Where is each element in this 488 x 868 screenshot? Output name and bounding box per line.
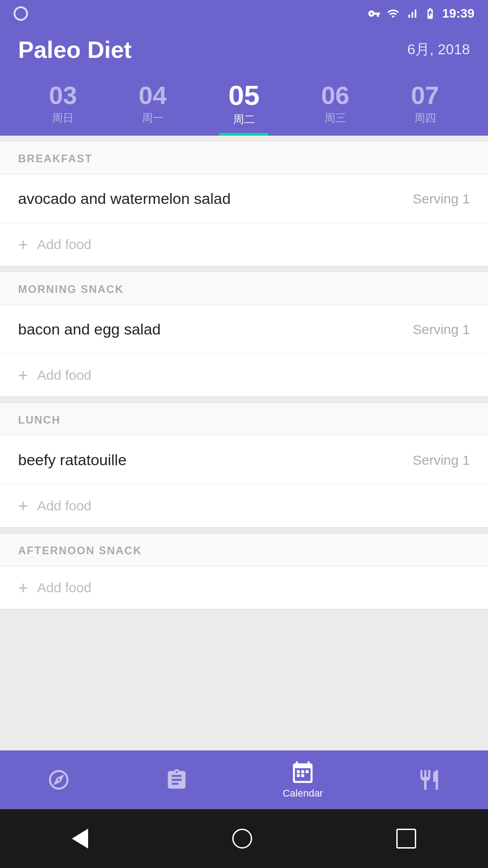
svg-rect-0	[297, 770, 300, 774]
nav-food[interactable]	[404, 764, 455, 796]
status-bar: 19:39	[0, 0, 488, 27]
morning-snack-food-name: bacon and egg salad	[18, 321, 161, 338]
home-button[interactable]	[232, 829, 252, 849]
recents-button[interactable]	[396, 829, 416, 849]
nav-calendar[interactable]: Calendar	[269, 756, 337, 804]
lunch-food-name: beefy ratatouille	[18, 451, 127, 469]
day-selector: 03 周日 04 周一 05 周二 06 周三 07 周四	[18, 77, 470, 136]
add-food-icon-lunch: +	[18, 497, 28, 514]
app-title: Paleo Diet	[18, 36, 131, 63]
lunch-title: LUNCH	[18, 414, 61, 426]
add-food-icon-morning-snack: +	[18, 367, 28, 384]
afternoon-snack-add-label: Add food	[37, 580, 91, 595]
breakfast-add-food[interactable]: + Add food	[0, 223, 488, 266]
compass-icon	[47, 768, 70, 792]
bottom-nav: Calendar	[0, 750, 488, 809]
breakfast-header: BREAKFAST	[0, 142, 488, 175]
calendar-icon	[291, 760, 314, 784]
morning-snack-add-food[interactable]: + Add food	[0, 354, 488, 396]
clipboard-icon	[165, 768, 188, 792]
wifi-icon	[386, 7, 400, 20]
day-07[interactable]: 07 周四	[402, 78, 448, 134]
android-nav-bar	[0, 809, 488, 868]
day-03[interactable]: 03 周日	[40, 78, 86, 134]
lunch-serving: Serving 1	[413, 453, 470, 468]
key-icon	[368, 7, 380, 20]
afternoon-snack-add-food[interactable]: + Add food	[0, 566, 488, 609]
morning-snack-title: MORNING SNACK	[18, 283, 124, 295]
breakfast-title: BREAKFAST	[18, 152, 93, 165]
calendar-nav-label: Calendar	[283, 788, 323, 799]
lunch-header: LUNCH	[0, 403, 488, 436]
morning-snack-serving: Serving 1	[413, 322, 470, 337]
svg-rect-1	[301, 770, 305, 774]
header-date: 6月, 2018	[407, 40, 470, 60]
svg-rect-2	[306, 770, 309, 774]
day-04[interactable]: 04 周一	[130, 78, 176, 134]
breakfast-section: BREAKFAST avocado and watermelon salad S…	[0, 141, 488, 266]
breakfast-serving: Serving 1	[413, 191, 470, 207]
status-bar-right: 19:39	[368, 6, 474, 21]
add-food-icon-breakfast: +	[18, 236, 28, 253]
lunch-item-0[interactable]: beefy ratatouille Serving 1	[0, 436, 488, 485]
day-05[interactable]: 05 周二	[219, 77, 268, 136]
nav-explore[interactable]	[33, 764, 84, 796]
day-06[interactable]: 06 周三	[312, 78, 358, 134]
morning-snack-add-label: Add food	[37, 368, 91, 383]
status-icon	[14, 6, 28, 21]
breakfast-add-label: Add food	[37, 237, 91, 252]
status-bar-left	[14, 6, 28, 21]
signal-icon	[406, 7, 418, 20]
nav-list[interactable]	[151, 764, 202, 796]
status-time: 19:39	[442, 6, 474, 21]
afternoon-snack-title: AFTERNOON SNACK	[18, 544, 142, 557]
lunch-add-food[interactable]: + Add food	[0, 485, 488, 527]
lunch-add-label: Add food	[37, 498, 91, 514]
svg-rect-3	[297, 774, 300, 777]
fork-knife-icon	[418, 768, 441, 792]
battery-icon	[424, 7, 436, 20]
header: Paleo Diet 6月, 2018 03 周日 04 周一 05 周二	[0, 27, 488, 136]
morning-snack-header: MORNING SNACK	[0, 272, 488, 305]
morning-snack-item-0[interactable]: bacon and egg salad Serving 1	[0, 305, 488, 354]
morning-snack-section: MORNING SNACK bacon and egg salad Servin…	[0, 272, 488, 397]
afternoon-snack-section: AFTERNOON SNACK + Add food	[0, 533, 488, 609]
breakfast-food-name: avocado and watermelon salad	[18, 190, 231, 208]
lunch-section: LUNCH beefy ratatouille Serving 1 + Add …	[0, 402, 488, 528]
add-food-icon-afternoon-snack: +	[18, 579, 28, 596]
svg-rect-4	[301, 774, 305, 777]
back-button[interactable]	[72, 829, 88, 849]
afternoon-snack-header: AFTERNOON SNACK	[0, 533, 488, 566]
breakfast-item-0[interactable]: avocado and watermelon salad Serving 1	[0, 175, 488, 223]
